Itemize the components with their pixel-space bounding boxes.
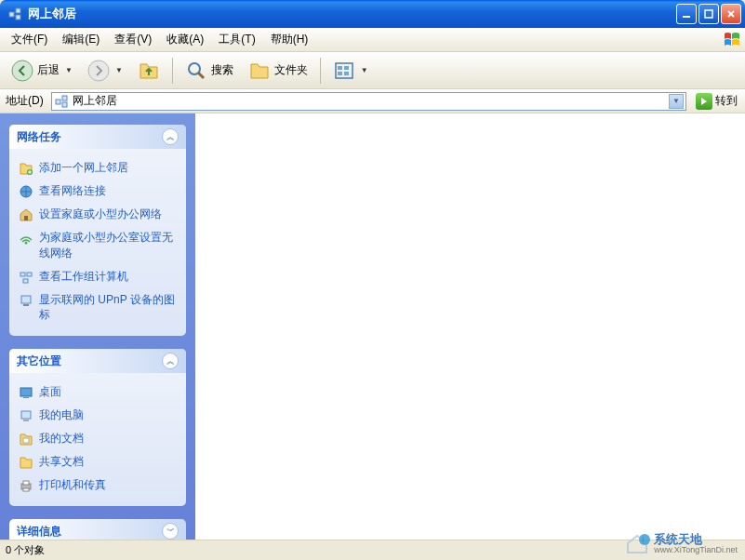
svg-rect-19 <box>62 96 67 100</box>
svg-rect-28 <box>21 296 31 303</box>
forward-button[interactable]: ▼ <box>82 56 128 86</box>
place-label: 共享文档 <box>39 454 84 470</box>
network-tasks-body: 添加一个网上邻居 查看网络连接 设置家庭或小型办公网络 为家庭或小型办公室设置无… <box>9 149 186 336</box>
svg-rect-2 <box>16 15 20 20</box>
svg-rect-13 <box>336 63 353 78</box>
address-dropdown-icon[interactable]: ▼ <box>669 94 684 109</box>
close-button[interactable] <box>721 4 741 24</box>
svg-rect-0 <box>9 12 14 17</box>
maximize-button[interactable] <box>698 4 719 24</box>
windows-logo-icon <box>723 31 741 49</box>
go-button[interactable]: 转到 <box>692 91 741 112</box>
task-setup-home-network[interactable]: 设置家庭或小型办公网络 <box>19 203 177 226</box>
menu-file[interactable]: 文件(F) <box>4 29 55 50</box>
details-panel: 详细信息 ︾ <box>9 519 186 540</box>
folders-label: 文件夹 <box>274 62 308 78</box>
task-show-upnp[interactable]: 显示联网的 UPnP 设备的图标 <box>19 288 177 327</box>
svg-point-10 <box>88 60 109 81</box>
other-places-title: 其它位置 <box>17 353 61 369</box>
watermark-text: 系统天地 www.XiTongTianDi.net <box>654 533 738 555</box>
svg-rect-6 <box>705 10 712 18</box>
address-bar: 地址(D) 网上邻居 ▼ 转到 <box>0 89 745 113</box>
svg-rect-1 <box>16 8 20 13</box>
address-value: 网上邻居 <box>73 93 665 109</box>
views-button[interactable]: ▼ <box>327 56 374 86</box>
place-label: 打印机和传真 <box>39 477 106 493</box>
forward-dropdown-icon[interactable]: ▼ <box>115 66 123 74</box>
address-label: 地址(D) <box>4 93 46 109</box>
task-view-workgroup[interactable]: 查看工作组计算机 <box>19 265 177 288</box>
svg-rect-20 <box>62 102 67 107</box>
svg-rect-30 <box>20 388 32 396</box>
svg-rect-29 <box>23 304 29 306</box>
task-view-connections[interactable]: 查看网络连接 <box>19 180 177 203</box>
menu-edit[interactable]: 编辑(E) <box>55 29 107 50</box>
place-label: 我的电脑 <box>39 407 84 423</box>
back-dropdown-icon[interactable]: ▼ <box>65 66 73 74</box>
menu-favorites[interactable]: 收藏(A) <box>159 29 211 50</box>
place-my-documents[interactable]: 我的文档 <box>19 427 177 450</box>
network-tasks-header[interactable]: 网络任务 ︽ <box>9 125 186 149</box>
folder-add-icon <box>19 161 33 176</box>
up-button[interactable] <box>132 56 166 86</box>
place-desktop[interactable]: 桌面 <box>19 380 177 404</box>
folders-button[interactable]: 文件夹 <box>243 56 313 86</box>
app-icon <box>7 7 22 21</box>
main-content[interactable] <box>195 113 745 540</box>
views-icon <box>333 60 355 82</box>
other-places-body: 桌面 我的电脑 我的文档 共享文档 打印机和传真 <box>9 373 186 506</box>
collapse-icon[interactable]: ︽ <box>162 353 179 369</box>
up-folder-icon <box>138 60 160 82</box>
views-dropdown-icon[interactable]: ▼ <box>361 66 368 74</box>
task-add-network-place[interactable]: 添加一个网上邻居 <box>19 156 177 180</box>
svg-rect-14 <box>338 66 342 70</box>
task-label: 添加一个网上邻居 <box>39 160 128 176</box>
menu-bar: 文件(F) 编辑(E) 查看(V) 收藏(A) 工具(T) 帮助(H) <box>0 28 745 52</box>
svg-rect-17 <box>344 72 349 75</box>
minimize-button[interactable] <box>676 4 697 24</box>
address-field[interactable]: 网上邻居 ▼ <box>51 92 686 111</box>
go-icon <box>696 93 712 110</box>
place-my-computer[interactable]: 我的电脑 <box>19 404 177 427</box>
details-header[interactable]: 详细信息 ︾ <box>9 519 186 540</box>
watermark-en: www.XiTongTianDi.net <box>654 546 738 555</box>
expand-icon[interactable]: ︾ <box>162 523 179 540</box>
documents-icon <box>19 432 33 447</box>
status-text: 0 个对象 <box>6 543 45 557</box>
network-tasks-title: 网络任务 <box>17 129 61 145</box>
place-printers[interactable]: 打印机和传真 <box>19 473 177 497</box>
place-label: 桌面 <box>39 384 61 400</box>
shared-folder-icon <box>19 455 33 470</box>
printer-icon <box>19 478 33 493</box>
place-shared-documents[interactable]: 共享文档 <box>19 450 177 473</box>
svg-point-38 <box>639 534 650 545</box>
svg-rect-37 <box>23 488 29 491</box>
menu-view[interactable]: 查看(V) <box>107 29 159 50</box>
svg-rect-33 <box>23 420 29 421</box>
search-label: 搜索 <box>211 62 233 78</box>
folders-icon <box>248 60 271 82</box>
workgroup-icon <box>19 270 33 285</box>
svg-rect-16 <box>338 72 342 75</box>
network-icon <box>19 184 33 199</box>
forward-icon <box>87 60 110 82</box>
content-area: 网络任务 ︽ 添加一个网上邻居 查看网络连接 设置家庭或小型办公网络 <box>0 113 745 540</box>
address-icon <box>54 94 69 109</box>
svg-rect-15 <box>344 66 349 70</box>
go-label: 转到 <box>715 93 738 109</box>
back-button[interactable]: 后退 ▼ <box>6 56 78 86</box>
svg-rect-23 <box>24 216 28 220</box>
title-bar: 网上邻居 <box>0 0 745 28</box>
toolbar-separator <box>172 58 173 84</box>
search-button[interactable]: 搜索 <box>180 56 239 86</box>
svg-line-12 <box>198 73 204 78</box>
menu-tools[interactable]: 工具(T) <box>211 29 262 50</box>
network-tasks-panel: 网络任务 ︽ 添加一个网上邻居 查看网络连接 设置家庭或小型办公网络 <box>9 125 186 336</box>
status-bar: 0 个对象 系统天地 www.XiTongTianDi.net <box>0 540 745 560</box>
other-places-header[interactable]: 其它位置 ︽ <box>9 349 186 373</box>
collapse-icon[interactable]: ︽ <box>162 128 179 145</box>
window-controls <box>676 4 741 24</box>
task-setup-wireless[interactable]: 为家庭或小型办公室设置无线网络 <box>19 226 177 265</box>
menu-help[interactable]: 帮助(H) <box>263 29 316 50</box>
house-network-icon <box>19 207 33 222</box>
